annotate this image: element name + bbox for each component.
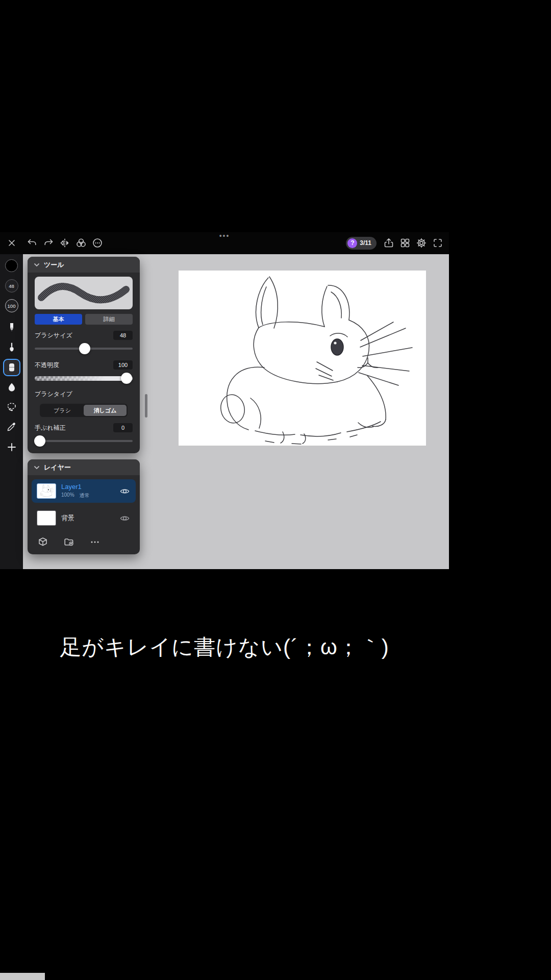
lasso-icon (6, 401, 18, 413)
folder-plus-icon (63, 536, 74, 548)
eye-icon (119, 486, 130, 497)
eyedropper-icon (6, 421, 18, 433)
canvas-workspace: ツール 基本 (23, 254, 449, 569)
video-progress-bar[interactable] (0, 973, 45, 980)
layer-row-layer1[interactable]: Layer1 100% 通常 (32, 479, 136, 503)
help-icon: ? (347, 238, 357, 248)
add-folder-button[interactable] (63, 536, 75, 548)
layer1-opacity: 100% (61, 492, 74, 499)
video-subtitle: 足がキレイに書けない(´；ω；｀) (0, 633, 449, 662)
stabilization-knob[interactable] (34, 435, 45, 447)
tool-sidebar: 48 100 (0, 254, 23, 569)
fullscreen-button[interactable] (431, 236, 445, 250)
undo-icon (27, 237, 38, 249)
background-visibility-button[interactable] (118, 512, 131, 524)
rabbit-sketch (179, 271, 426, 446)
blend-drop-icon (6, 381, 18, 394)
eyedropper-tool-button[interactable] (3, 419, 20, 436)
close-icon (6, 237, 17, 249)
gear-icon (416, 237, 427, 249)
tools-panel-title: ツール (44, 260, 64, 270)
background-thumbnail (37, 510, 56, 526)
redo-icon (43, 237, 54, 249)
layer1-visibility-button[interactable] (118, 485, 131, 497)
brush-size-badge[interactable]: 48 (5, 279, 18, 292)
pen-tool-button[interactable] (3, 319, 20, 336)
brush-type-brush[interactable]: ブラシ (41, 405, 84, 416)
brush-size-value: 48 (113, 331, 133, 340)
tools-tabs: 基本 詳細 (35, 314, 133, 325)
tutorial-progress-pill[interactable]: ? 3/11 (346, 237, 377, 250)
layer1-blend-mode: 通常 (80, 492, 90, 499)
flip-horizontal-icon (59, 237, 70, 249)
panel-resize-handle[interactable] (145, 394, 147, 418)
opacity-track[interactable] (35, 376, 133, 381)
drawing-app-frame: ••• (0, 232, 449, 569)
layers-panel-header[interactable]: レイヤー (28, 459, 140, 475)
brush-size-knob[interactable] (79, 343, 90, 354)
layer-more-button[interactable] (89, 536, 101, 548)
topbar-right-group: ? 3/11 (346, 236, 445, 250)
settings-button[interactable] (414, 236, 429, 250)
tab-detail[interactable]: 詳細 (85, 314, 133, 325)
brush-type-label: ブラシタイプ (35, 390, 72, 399)
clear-layer-button[interactable] (37, 536, 49, 548)
background-name: 背景 (61, 513, 74, 523)
grid-icon (399, 237, 411, 249)
chevron-down-icon (34, 464, 40, 471)
app-topbar: ••• (0, 232, 449, 254)
layer1-name: Layer1 (61, 483, 90, 491)
stabilization-label: 手ぶれ補正 (35, 424, 66, 432)
share-icon (383, 237, 394, 249)
brush-type-segmented-control: ブラシ 消しゴム (40, 404, 128, 417)
pencil-icon (6, 322, 18, 334)
smudge-tool-button[interactable] (3, 379, 20, 396)
more-options-button[interactable] (90, 236, 105, 250)
undo-button[interactable] (25, 236, 39, 250)
color-swatch-button[interactable] (5, 259, 18, 272)
eraser-icon (6, 361, 18, 374)
brush-type-eraser[interactable]: 消しゴム (84, 405, 127, 416)
topbar-left-group (5, 236, 105, 250)
brush-size-label: ブラシサイズ (35, 331, 72, 340)
tools-panel: ツール 基本 (28, 257, 140, 453)
opacity-badge[interactable]: 100 (5, 299, 18, 312)
opacity-label: 不透明度 (35, 361, 59, 370)
stabilization-value: 0 (113, 423, 133, 432)
share-button[interactable] (382, 236, 396, 250)
layers-panel: レイヤー Layer1 100% 通常 (28, 459, 140, 554)
window-handle-dots[interactable]: ••• (219, 232, 230, 239)
cube-icon (37, 536, 48, 548)
stabilization-track[interactable] (35, 440, 133, 442)
fullscreen-icon (432, 237, 443, 249)
layer1-thumbnail (37, 483, 56, 499)
more-circle-icon (92, 237, 103, 249)
brush-size-slider[interactable] (35, 343, 133, 354)
opacity-slider[interactable] (35, 373, 133, 384)
plus-icon (6, 441, 18, 453)
redo-button[interactable] (41, 236, 56, 250)
paint-tool-button[interactable] (3, 339, 20, 356)
layout-grid-button[interactable] (398, 236, 412, 250)
color-filter-button[interactable] (74, 236, 88, 250)
add-tool-button[interactable] (3, 438, 20, 456)
tools-panel-header[interactable]: ツール (28, 257, 140, 273)
lasso-tool-button[interactable] (3, 399, 20, 416)
layer-row-background[interactable]: 背景 (32, 507, 136, 529)
tab-basic[interactable]: 基本 (35, 314, 82, 325)
flip-canvas-button[interactable] (58, 236, 72, 250)
opacity-knob[interactable] (121, 373, 132, 384)
ellipsis-icon (89, 536, 101, 548)
layer-tools-row (28, 529, 140, 554)
eraser-tool-button[interactable] (3, 359, 20, 376)
drawing-canvas[interactable] (179, 271, 426, 446)
eye-icon (119, 513, 130, 524)
color-wheel-icon (76, 237, 87, 249)
tutorial-progress-label: 3/11 (360, 239, 371, 247)
close-button[interactable] (5, 236, 19, 250)
chevron-down-icon (34, 262, 40, 268)
stabilization-slider[interactable] (35, 435, 133, 447)
layers-panel-title: レイヤー (44, 463, 71, 472)
brush-stroke-preview (35, 277, 133, 309)
brush-icon (6, 341, 18, 354)
